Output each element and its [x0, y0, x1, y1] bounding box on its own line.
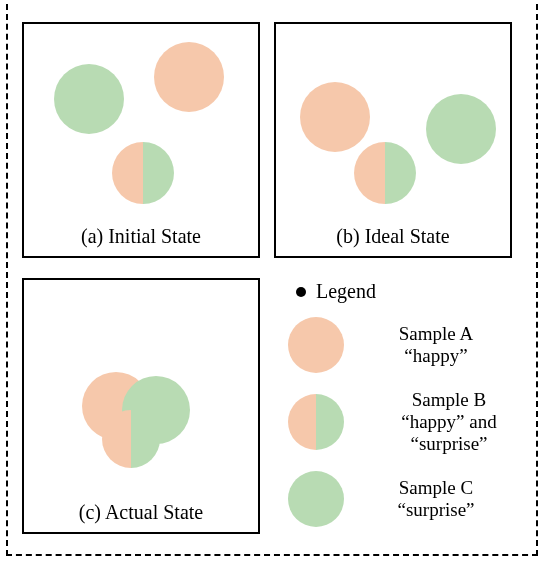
legend-item-sample-b: Sample B “happy” and “surprise”	[288, 389, 532, 455]
legend-item-name: Sample C	[366, 477, 506, 499]
bullet-icon	[296, 287, 306, 297]
legend-text: Sample C “surprise”	[366, 477, 506, 521]
panel-actual-state: (c) Actual State	[22, 278, 260, 534]
sample-b-icon	[288, 394, 344, 450]
legend-item-name: Sample A	[366, 323, 506, 345]
legend-text: Sample B “happy” and “surprise”	[366, 389, 532, 455]
legend-item-label: “surprise”	[366, 499, 506, 521]
panel-ideal-state: (b) Ideal State	[274, 22, 512, 258]
sample-c-icon	[426, 94, 496, 164]
sample-c-icon	[288, 471, 344, 527]
legend: Legend Sample A “happy” Sample B “happy”…	[288, 280, 532, 543]
panel-initial-state: (a) Initial State	[22, 22, 260, 258]
sample-c-icon	[54, 64, 124, 134]
sample-a-icon	[300, 82, 370, 152]
panel-caption: (c) Actual State	[24, 501, 258, 524]
legend-title: Legend	[316, 280, 376, 303]
legend-item-sample-a: Sample A “happy”	[288, 317, 532, 373]
legend-item-name: Sample B	[366, 389, 532, 411]
legend-heading: Legend	[296, 280, 532, 303]
sample-b-icon	[102, 410, 160, 468]
sample-a-icon	[154, 42, 224, 112]
panel-caption: (a) Initial State	[24, 225, 258, 248]
legend-item-label: “happy” and “surprise”	[366, 411, 532, 455]
legend-item-label: “happy”	[366, 345, 506, 367]
legend-text: Sample A “happy”	[366, 323, 506, 367]
sample-a-icon	[288, 317, 344, 373]
legend-item-sample-c: Sample C “surprise”	[288, 471, 532, 527]
sample-b-icon	[354, 142, 416, 204]
panel-caption: (b) Ideal State	[276, 225, 510, 248]
sample-b-icon	[112, 142, 174, 204]
